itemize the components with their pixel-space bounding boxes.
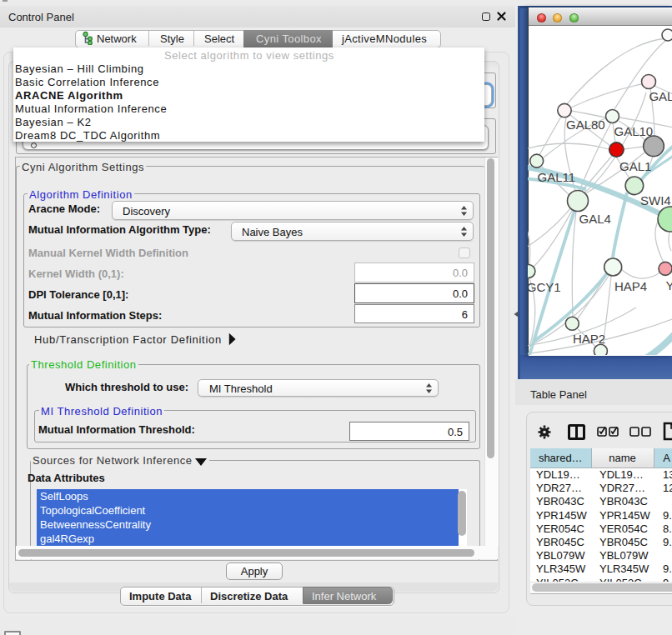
svg-text:GCY1: GCY1: [528, 280, 561, 294]
svg-text:HAP4: HAP4: [614, 279, 647, 293]
svg-text:HAP2: HAP2: [573, 332, 605, 346]
svg-text:GAL11: GAL11: [538, 170, 576, 184]
svg-text:YJ: YJ: [666, 278, 672, 292]
svg-text:GAL1: GAL1: [619, 159, 651, 173]
svg-text:GAL80: GAL80: [566, 118, 605, 132]
svg-text:GAL4: GAL4: [579, 212, 611, 226]
svg-text:SWI4: SWI4: [640, 193, 671, 208]
svg-text:GAL7: GAL7: [649, 89, 672, 103]
svg-text:GAL10: GAL10: [614, 124, 654, 138]
